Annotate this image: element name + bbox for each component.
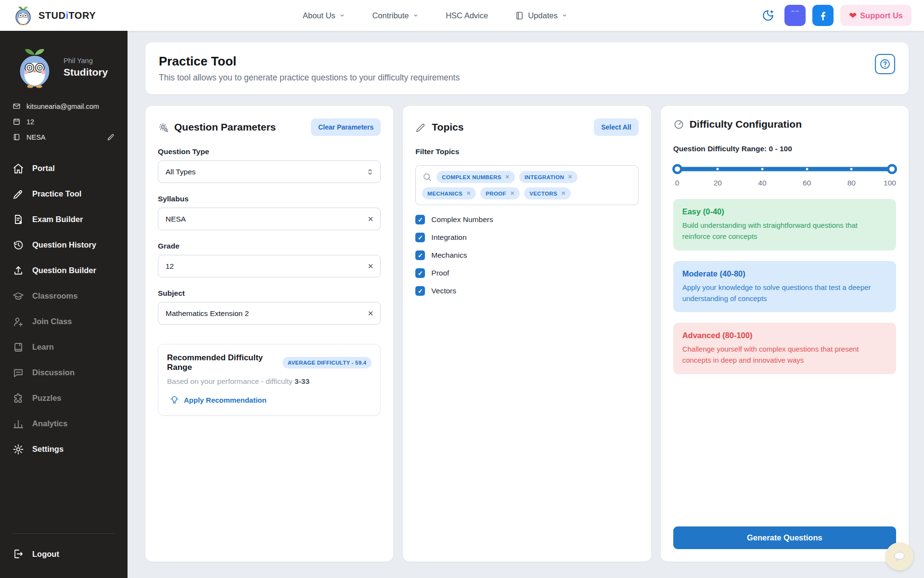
topics-card: Topics Select All Filter Topics COMPLEX … <box>403 106 651 562</box>
slider-track[interactable] <box>673 167 896 171</box>
slider-step-dot <box>806 168 808 171</box>
nav-updates[interactable]: Updates <box>515 11 567 20</box>
chevron-down-icon <box>339 11 346 20</box>
sidebar-item-question-history[interactable]: Question History <box>13 232 115 258</box>
bar-chart-icon <box>13 418 24 430</box>
topic-chip: INTEGRATION <box>519 171 578 183</box>
sidebar-item-discussion[interactable]: Discussion <box>13 360 115 385</box>
clear-subject-icon[interactable] <box>368 309 374 318</box>
page-title: Practice Tool <box>159 54 460 69</box>
difficulty-range-label: Question Difficulty Range: 0 - 100 <box>673 144 896 153</box>
grade-input[interactable] <box>158 255 381 277</box>
checkbox-checked[interactable] <box>415 215 425 224</box>
sidebar-item-practice-tool[interactable]: Practice Tool <box>13 181 115 207</box>
discord-icon <box>789 9 801 22</box>
help-icon <box>879 58 891 70</box>
select-all-button[interactable]: Select All <box>594 118 639 136</box>
slider-tick-label: 40 <box>758 179 766 187</box>
clear-parameters-button[interactable]: Clear Parameters <box>311 118 381 136</box>
nav-about-us[interactable]: About Us <box>303 11 345 20</box>
chat-widget-button[interactable] <box>886 542 913 570</box>
checkbox-checked[interactable] <box>415 233 425 242</box>
remove-chip-icon[interactable] <box>510 190 514 197</box>
search-icon <box>422 172 432 182</box>
topic-chip: MECHANICS <box>422 187 476 199</box>
sidebar: Phil Yang Studitory kitsunearia@gmail.co… <box>0 31 128 578</box>
select-chevrons-icon <box>366 168 374 176</box>
sidebar-item-puzzles[interactable]: Puzzles <box>13 385 115 411</box>
subject-input[interactable] <box>158 302 381 325</box>
pencil-icon <box>13 188 24 200</box>
difficulty-band-moderate: Moderate (40-80) Apply your knowledge to… <box>673 261 896 313</box>
remove-chip-icon[interactable] <box>561 190 565 197</box>
question-type-label: Question Type <box>158 147 381 156</box>
heart-icon: ❤ <box>849 10 857 21</box>
profile-grade: 12 <box>13 118 115 126</box>
difficulty-configuration-card: Difficulty Configuration Question Diffic… <box>661 106 909 562</box>
generate-questions-button[interactable]: Generate Questions <box>673 526 896 549</box>
notebook-icon <box>13 342 24 353</box>
checkbox-checked[interactable] <box>415 250 425 260</box>
clear-grade-icon[interactable] <box>368 262 374 271</box>
difficulty-band-advanced: Advanced (80-100) Challenge yourself wit… <box>673 323 896 374</box>
graduation-cap-icon <box>13 290 24 302</box>
clear-syllabus-icon[interactable] <box>368 215 374 223</box>
speech-bubble-icon <box>892 549 907 564</box>
sidebar-item-classrooms[interactable]: Classrooms <box>13 283 115 309</box>
remove-chip-icon[interactable] <box>505 174 510 180</box>
nav-hsc-advice[interactable]: HSC Advice <box>446 11 488 20</box>
lightbulb-icon <box>170 395 179 405</box>
avatar <box>13 45 57 90</box>
nav-contribute[interactable]: Contribute <box>372 11 419 20</box>
top-navbar: STUDiTORY About Us Contribute HSC Advice… <box>0 0 924 31</box>
slider-handle-min[interactable] <box>672 164 682 174</box>
support-us-button[interactable]: ❤ Support Us <box>840 5 911 26</box>
topics-filter-input[interactable]: COMPLEX NUMBERS INTEGRATION MECHANICS PR… <box>415 165 638 205</box>
card-title: Question Parameters <box>174 121 276 133</box>
facebook-button[interactable] <box>812 5 834 26</box>
slider-step-dot <box>850 168 853 171</box>
checkbox-checked[interactable] <box>415 286 425 296</box>
topic-chip: VECTORS <box>524 187 571 199</box>
question-type-select[interactable]: All Types <box>158 160 381 183</box>
sidebar-item-portal[interactable]: Portal <box>13 156 115 181</box>
grade-label: Grade <box>158 242 381 250</box>
card-title: Difficulty Configuration <box>690 118 802 130</box>
slider-handle-max[interactable] <box>887 164 897 174</box>
sidebar-item-analytics[interactable]: Analytics <box>13 411 115 436</box>
remove-chip-icon[interactable] <box>568 174 572 180</box>
edit-profile-icon[interactable] <box>107 133 115 141</box>
sidebar-item-question-builder[interactable]: Question Builder <box>13 258 115 283</box>
dark-mode-toggle[interactable] <box>758 6 778 25</box>
gear-icon <box>13 444 24 455</box>
sidebar-item-settings[interactable]: Settings <box>13 436 115 462</box>
sidebar-item-exam-builder[interactable]: Exam Builder <box>13 207 115 232</box>
main-content: Practice Tool This tool allows you to ge… <box>128 31 924 578</box>
logout-button[interactable]: Logout <box>13 548 115 566</box>
checkbox-checked[interactable] <box>415 268 425 278</box>
remove-chip-icon[interactable] <box>466 190 471 197</box>
slider-tick-label: 20 <box>714 179 722 187</box>
syllabus-input[interactable] <box>158 208 381 230</box>
subject-label: Subject <box>158 289 381 298</box>
discord-button[interactable] <box>784 5 806 26</box>
slider-tick-label: 100 <box>884 179 896 187</box>
topic-row: Vectors <box>415 286 638 296</box>
difficulty-range-slider[interactable] <box>673 164 896 174</box>
profile: Phil Yang Studitory <box>13 45 115 90</box>
sidebar-item-join-class[interactable]: Join Class <box>13 309 115 334</box>
brand-name: STUDiTORY <box>38 10 96 21</box>
help-button[interactable] <box>875 54 895 74</box>
slider-tick-labels: 0 20 40 60 80 100 <box>673 179 896 188</box>
topic-chip: COMPLEX NUMBERS <box>436 171 515 183</box>
gauge-icon <box>673 119 684 130</box>
page-header-card: Practice Tool This tool allows you to ge… <box>145 42 909 94</box>
question-parameters-card: Question Parameters Clear Parameters Que… <box>145 106 393 562</box>
book-icon <box>515 11 524 20</box>
brand[interactable]: STUDiTORY <box>13 5 96 26</box>
home-icon <box>13 163 24 174</box>
filter-topics-label: Filter Topics <box>415 147 638 156</box>
average-difficulty-badge: AVERAGE DIFFICULTY - 59.4 <box>282 357 372 368</box>
apply-recommendation-link[interactable]: Apply Recommendation <box>167 394 372 407</box>
sidebar-item-learn[interactable]: Learn <box>13 334 115 360</box>
